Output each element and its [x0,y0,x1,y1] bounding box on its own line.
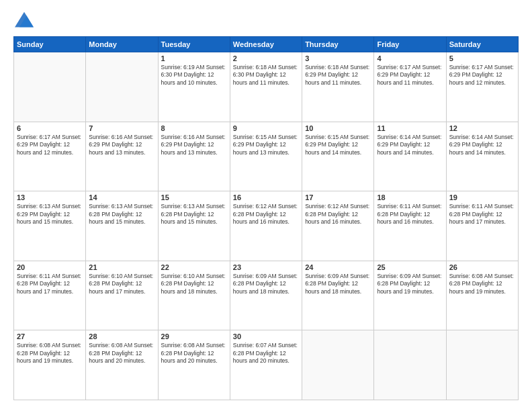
day-cell: 12Sunrise: 6:14 AM Sunset: 6:29 PM Dayli… [446,122,518,191]
day-cell [446,330,518,400]
page: SundayMondayTuesdayWednesdayThursdayFrid… [0,0,532,411]
day-cell [14,52,86,122]
day-number: 22 [161,263,227,271]
day-number: 4 [377,54,443,62]
day-number: 21 [89,263,154,271]
day-cell: 10Sunrise: 6:15 AM Sunset: 6:29 PM Dayli… [302,122,374,191]
day-info: Sunrise: 6:16 AM Sunset: 6:29 PM Dayligh… [89,134,154,156]
day-number: 10 [305,124,371,132]
day-cell: 27Sunrise: 6:08 AM Sunset: 6:28 PM Dayli… [14,330,86,400]
day-cell: 29Sunrise: 6:08 AM Sunset: 6:28 PM Dayli… [158,330,230,400]
day-cell: 30Sunrise: 6:07 AM Sunset: 6:28 PM Dayli… [230,330,302,400]
week-row-5: 27Sunrise: 6:08 AM Sunset: 6:28 PM Dayli… [14,330,519,400]
day-cell: 23Sunrise: 6:09 AM Sunset: 6:28 PM Dayli… [230,261,302,330]
day-cell: 9Sunrise: 6:15 AM Sunset: 6:29 PM Daylig… [230,122,302,191]
day-number: 25 [377,263,443,271]
day-info: Sunrise: 6:09 AM Sunset: 6:28 PM Dayligh… [377,273,443,295]
day-cell: 13Sunrise: 6:13 AM Sunset: 6:29 PM Dayli… [14,191,86,261]
day-cell: 21Sunrise: 6:10 AM Sunset: 6:28 PM Dayli… [86,261,158,330]
day-number: 17 [305,193,371,201]
week-row-3: 13Sunrise: 6:13 AM Sunset: 6:29 PM Dayli… [14,191,519,261]
day-cell: 26Sunrise: 6:08 AM Sunset: 6:28 PM Dayli… [446,261,518,330]
day-info: Sunrise: 6:08 AM Sunset: 6:28 PM Dayligh… [17,342,83,365]
day-cell: 20Sunrise: 6:11 AM Sunset: 6:28 PM Dayli… [14,261,86,330]
calendar-table: SundayMondayTuesdayWednesdayThursdayFrid… [13,36,519,400]
day-cell: 4Sunrise: 6:17 AM Sunset: 6:29 PM Daylig… [374,52,446,122]
weekday-header-row: SundayMondayTuesdayWednesdayThursdayFrid… [14,37,519,52]
day-cell: 8Sunrise: 6:16 AM Sunset: 6:29 PM Daylig… [158,122,230,191]
week-row-1: 1Sunrise: 6:19 AM Sunset: 6:30 PM Daylig… [14,52,519,122]
weekday-header-wednesday: Wednesday [230,37,302,52]
day-cell: 16Sunrise: 6:12 AM Sunset: 6:28 PM Dayli… [230,191,302,261]
day-cell: 2Sunrise: 6:18 AM Sunset: 6:30 PM Daylig… [230,52,302,122]
day-info: Sunrise: 6:12 AM Sunset: 6:28 PM Dayligh… [233,203,299,226]
day-cell: 6Sunrise: 6:17 AM Sunset: 6:29 PM Daylig… [14,122,86,191]
day-info: Sunrise: 6:09 AM Sunset: 6:28 PM Dayligh… [233,273,299,295]
day-info: Sunrise: 6:18 AM Sunset: 6:30 PM Dayligh… [233,64,299,87]
day-number: 5 [449,54,515,62]
day-info: Sunrise: 6:15 AM Sunset: 6:29 PM Dayligh… [305,134,371,156]
day-number: 3 [305,54,371,62]
day-cell: 14Sunrise: 6:13 AM Sunset: 6:28 PM Dayli… [86,191,158,261]
day-cell: 24Sunrise: 6:09 AM Sunset: 6:28 PM Dayli… [302,261,374,330]
day-cell: 17Sunrise: 6:12 AM Sunset: 6:28 PM Dayli… [302,191,374,261]
weekday-header-monday: Monday [86,37,158,52]
day-info: Sunrise: 6:14 AM Sunset: 6:29 PM Dayligh… [377,134,443,156]
logo [13,11,38,30]
day-info: Sunrise: 6:17 AM Sunset: 6:29 PM Dayligh… [17,134,83,156]
day-cell: 1Sunrise: 6:19 AM Sunset: 6:30 PM Daylig… [158,52,230,122]
day-number: 2 [233,54,299,62]
day-number: 30 [233,332,299,340]
day-info: Sunrise: 6:17 AM Sunset: 6:29 PM Dayligh… [449,64,515,87]
weekday-header-friday: Friday [374,37,446,52]
day-info: Sunrise: 6:13 AM Sunset: 6:28 PM Dayligh… [161,203,227,226]
header [13,11,519,30]
day-number: 28 [89,332,154,340]
day-info: Sunrise: 6:13 AM Sunset: 6:29 PM Dayligh… [17,203,83,226]
day-number: 24 [305,263,371,271]
day-number: 1 [161,54,227,62]
day-info: Sunrise: 6:19 AM Sunset: 6:30 PM Dayligh… [161,64,227,87]
day-number: 12 [449,124,515,132]
day-number: 11 [377,124,443,132]
day-cell: 11Sunrise: 6:14 AM Sunset: 6:29 PM Dayli… [374,122,446,191]
day-number: 23 [233,263,299,271]
day-info: Sunrise: 6:11 AM Sunset: 6:28 PM Dayligh… [377,203,443,226]
day-info: Sunrise: 6:17 AM Sunset: 6:29 PM Dayligh… [377,64,443,87]
day-info: Sunrise: 6:11 AM Sunset: 6:28 PM Dayligh… [449,203,515,226]
day-cell: 7Sunrise: 6:16 AM Sunset: 6:29 PM Daylig… [86,122,158,191]
day-info: Sunrise: 6:12 AM Sunset: 6:28 PM Dayligh… [305,203,371,226]
day-number: 7 [89,124,154,132]
day-cell: 3Sunrise: 6:18 AM Sunset: 6:29 PM Daylig… [302,52,374,122]
day-info: Sunrise: 6:09 AM Sunset: 6:28 PM Dayligh… [305,273,371,295]
day-number: 27 [17,332,83,340]
weekday-header-saturday: Saturday [446,37,518,52]
day-info: Sunrise: 6:10 AM Sunset: 6:28 PM Dayligh… [89,273,154,295]
day-number: 26 [449,263,515,271]
weekday-header-tuesday: Tuesday [158,37,230,52]
day-info: Sunrise: 6:16 AM Sunset: 6:29 PM Dayligh… [161,134,227,156]
day-cell: 28Sunrise: 6:08 AM Sunset: 6:28 PM Dayli… [86,330,158,400]
day-number: 13 [17,193,83,201]
day-cell: 22Sunrise: 6:10 AM Sunset: 6:28 PM Dayli… [158,261,230,330]
weekday-header-sunday: Sunday [14,37,86,52]
day-info: Sunrise: 6:18 AM Sunset: 6:29 PM Dayligh… [305,64,371,87]
week-row-4: 20Sunrise: 6:11 AM Sunset: 6:28 PM Dayli… [14,261,519,330]
day-info: Sunrise: 6:15 AM Sunset: 6:29 PM Dayligh… [233,134,299,156]
day-number: 14 [89,193,154,201]
day-number: 18 [377,193,443,201]
day-info: Sunrise: 6:11 AM Sunset: 6:28 PM Dayligh… [17,273,83,295]
day-cell: 15Sunrise: 6:13 AM Sunset: 6:28 PM Dayli… [158,191,230,261]
day-cell [374,330,446,400]
logo-icon [13,11,35,30]
day-info: Sunrise: 6:14 AM Sunset: 6:29 PM Dayligh… [449,134,515,156]
week-row-2: 6Sunrise: 6:17 AM Sunset: 6:29 PM Daylig… [14,122,519,191]
day-info: Sunrise: 6:13 AM Sunset: 6:28 PM Dayligh… [89,203,154,226]
day-info: Sunrise: 6:10 AM Sunset: 6:28 PM Dayligh… [161,273,227,295]
day-number: 9 [233,124,299,132]
day-number: 20 [17,263,83,271]
day-info: Sunrise: 6:08 AM Sunset: 6:28 PM Dayligh… [161,342,227,365]
day-info: Sunrise: 6:08 AM Sunset: 6:28 PM Dayligh… [449,273,515,295]
day-number: 16 [233,193,299,201]
day-info: Sunrise: 6:07 AM Sunset: 6:28 PM Dayligh… [233,342,299,365]
